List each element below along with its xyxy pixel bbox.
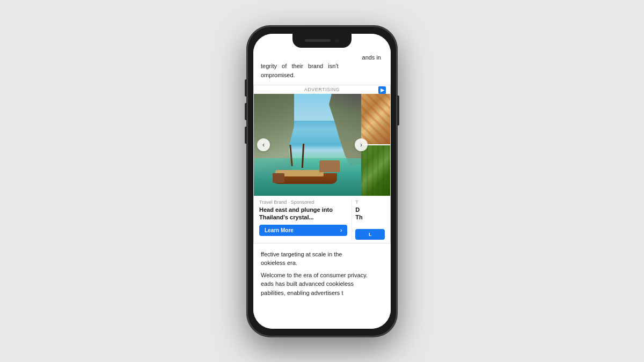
- para2-line1: Welcome to the era of consumer privacy.: [261, 271, 383, 280]
- speaker-grille: [305, 39, 331, 42]
- ad-carousel[interactable]: ‹ ›: [254, 94, 390, 196]
- ad-sponsor-secondary: T: [355, 200, 385, 205]
- ad-info-icon[interactable]: ▶: [378, 86, 386, 94]
- carousel-side-image-2: [361, 145, 390, 196]
- carousel-prev-button[interactable]: ‹: [257, 138, 270, 151]
- chevron-right-icon: ›: [360, 141, 362, 149]
- carousel-side-image-1: [361, 94, 390, 144]
- learn-more-button-secondary[interactable]: L: [355, 229, 385, 240]
- cta-chevron-icon: ›: [340, 227, 342, 233]
- ad-label-row: ADVERTISING ▶: [254, 85, 390, 94]
- chevron-left-icon: ‹: [262, 141, 265, 149]
- ad-sponsor-label: Travel Brand · Sponsored: [259, 200, 347, 205]
- thailand-beach-image: [254, 94, 361, 196]
- ad-card-main: Travel Brand · Sponsored Head east and p…: [259, 200, 347, 240]
- carousel-main-slide: [254, 94, 361, 196]
- article-text-bottom: ffective targeting at scale in the ookie…: [253, 246, 391, 305]
- screen-content: ands in tegrity of their brand isn't omp…: [253, 34, 391, 329]
- para2-line3: pabilities, enabling advertisers t: [261, 289, 383, 298]
- para2-line2: eads has built advanced cookieless: [261, 279, 383, 289]
- phone-device: ands in tegrity of their brand isn't omp…: [247, 26, 397, 337]
- ad-card-secondary: T DTh L: [352, 200, 385, 240]
- ad-card-row: Travel Brand · Sponsored Head east and p…: [259, 200, 385, 240]
- ad-card-info: Travel Brand · Sponsored Head east and p…: [254, 196, 390, 243]
- carousel-track: [254, 94, 390, 196]
- front-camera: [335, 39, 339, 43]
- advertising-label: ADVERTISING: [304, 87, 340, 92]
- article-line-2: tegrity of their brand isn't: [261, 62, 383, 71]
- ad-container: ADVERTISING ▶: [253, 85, 391, 243]
- article-para-2: Welcome to the era of consumer privacy. …: [261, 271, 383, 298]
- learn-more-button[interactable]: Learn More ›: [259, 225, 347, 236]
- article-text-top: ands in tegrity of their brand isn't omp…: [253, 48, 391, 83]
- para1-line2: ookieless era.: [261, 258, 383, 268]
- para1-line1: ffective targeting at scale in the: [261, 250, 383, 259]
- phone-screen: ands in tegrity of their brand isn't omp…: [253, 34, 391, 329]
- ad-icon-symbol: ▶: [380, 87, 384, 93]
- cta-label: Learn More: [265, 227, 294, 233]
- article-para-1: ffective targeting at scale in the ookie…: [261, 250, 383, 268]
- article-line-3: ompromised.: [261, 71, 383, 80]
- phone-notch: [292, 34, 352, 48]
- article-line-1: ands in: [261, 53, 383, 62]
- carousel-next-button[interactable]: ›: [355, 138, 368, 151]
- ad-headline-secondary: DTh: [355, 206, 385, 221]
- ad-headline: Head east and plunge into Thailand's cry…: [259, 206, 347, 221]
